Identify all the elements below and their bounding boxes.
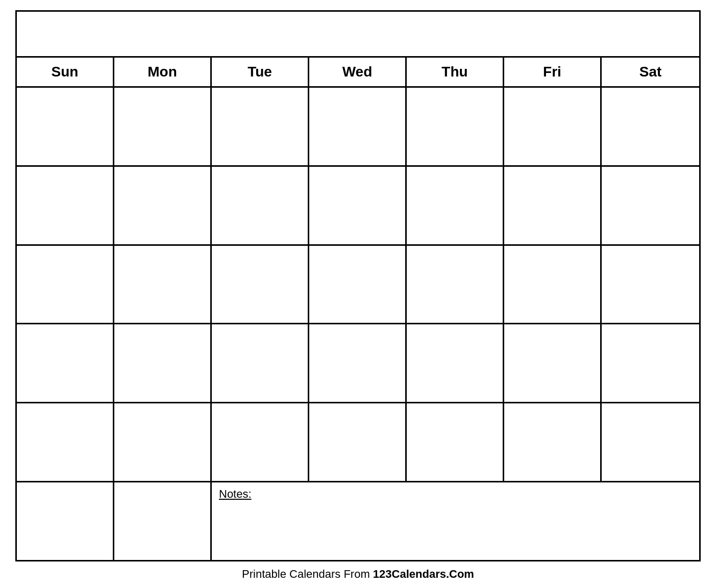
header-sun: Sun	[17, 58, 114, 86]
cell-r5-mon	[114, 403, 212, 481]
notes-row: Notes:	[17, 482, 699, 560]
cell-r5-thu	[407, 403, 504, 481]
notes-cell-mon	[114, 482, 212, 560]
cell-r2-thu	[407, 167, 504, 244]
calendar-container: Sun Mon Tue Wed Thu Fri Sat	[15, 10, 701, 561]
cell-r3-tue	[212, 246, 309, 323]
cell-r5-wed	[309, 403, 407, 481]
cell-r1-sat	[602, 88, 699, 165]
cell-r2-fri	[504, 167, 602, 244]
cell-r4-sat	[602, 324, 699, 402]
calendar-row-5	[17, 403, 699, 482]
calendar-row-3	[17, 246, 699, 325]
cell-r3-wed	[309, 246, 407, 323]
cell-r2-wed	[309, 167, 407, 244]
cell-r1-tue	[212, 88, 309, 165]
cell-r1-wed	[309, 88, 407, 165]
cell-r4-wed	[309, 324, 407, 402]
cell-r5-tue	[212, 403, 309, 481]
notes-label: Notes:	[219, 488, 252, 500]
cell-r3-sat	[602, 246, 699, 323]
header-fri: Fri	[504, 58, 602, 86]
header-mon: Mon	[114, 58, 212, 86]
header-thu: Thu	[407, 58, 504, 86]
cell-r4-mon	[114, 324, 212, 402]
cell-r2-tue	[212, 167, 309, 244]
calendar-row-2	[17, 167, 699, 246]
page-wrapper: Sun Mon Tue Wed Thu Fri Sat	[0, 0, 716, 588]
cell-r1-mon	[114, 88, 212, 165]
footer: Printable Calendars From 123Calendars.Co…	[242, 561, 474, 583]
cell-r1-fri	[504, 88, 602, 165]
cell-r3-thu	[407, 246, 504, 323]
footer-brand: 123Calendars.Com	[373, 568, 474, 580]
cell-r5-fri	[504, 403, 602, 481]
cell-r3-sun	[17, 246, 114, 323]
cell-r1-sun	[17, 88, 114, 165]
cell-r3-mon	[114, 246, 212, 323]
cell-r5-sat	[602, 403, 699, 481]
cell-r3-fri	[504, 246, 602, 323]
header-wed: Wed	[309, 58, 407, 86]
header-sat: Sat	[602, 58, 699, 86]
cell-r4-sun	[17, 324, 114, 402]
cell-r4-tue	[212, 324, 309, 402]
cell-r4-thu	[407, 324, 504, 402]
notes-cell-sun	[17, 482, 114, 560]
cell-r5-sun	[17, 403, 114, 481]
calendar-row-1	[17, 88, 699, 167]
calendar-row-4	[17, 324, 699, 403]
cell-r2-mon	[114, 167, 212, 244]
calendar-body: Notes:	[17, 88, 699, 560]
cell-r4-fri	[504, 324, 602, 402]
calendar-title-row	[17, 12, 699, 58]
header-tue: Tue	[212, 58, 309, 86]
cell-r2-sat	[602, 167, 699, 244]
notes-cell-content: Notes:	[212, 482, 699, 560]
cell-r1-thu	[407, 88, 504, 165]
footer-prefix: Printable Calendars From	[242, 568, 373, 580]
calendar-header-row: Sun Mon Tue Wed Thu Fri Sat	[17, 58, 699, 88]
cell-r2-sun	[17, 167, 114, 244]
